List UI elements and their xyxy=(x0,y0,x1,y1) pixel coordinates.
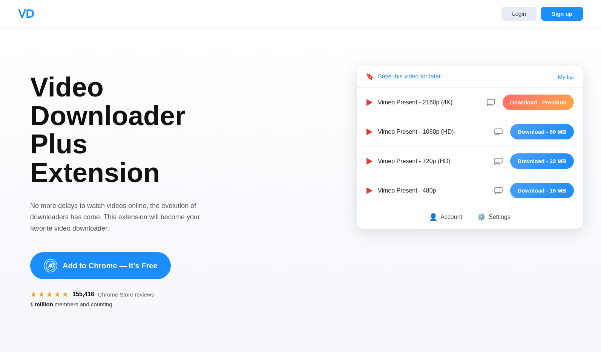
video-label: Vimeo Present - 480p xyxy=(378,187,490,194)
video-row: Vimeo Present - 1080p (HD) Download - 60… xyxy=(360,117,580,147)
cast-icon xyxy=(494,187,503,194)
account-label: Account xyxy=(440,214,462,220)
settings-action[interactable]: ⚙️ Settings xyxy=(477,213,511,221)
play-icon xyxy=(366,187,373,194)
video-row: Vimeo Present - 480p Download - 16 MB xyxy=(360,176,580,205)
save-bar: 🔖 Save this video for later My list xyxy=(357,66,583,88)
account-icon: 👤 xyxy=(429,213,437,221)
chrome-icon xyxy=(44,259,57,272)
login-button[interactable]: Login xyxy=(501,7,537,21)
extension-panel: 🔖 Save this video for later My list Vime… xyxy=(357,66,583,229)
hero-section: VideoDownloader PlusExtension No more de… xyxy=(30,58,241,307)
review-store: Chrome Store reviews xyxy=(98,291,154,298)
header: VD Login Sign up xyxy=(0,0,601,28)
download-720p-button[interactable]: Download - 32 MB xyxy=(510,153,574,169)
logo-text: VD xyxy=(18,7,34,21)
video-label: Vimeo Present - 1080p (HD) xyxy=(378,128,490,135)
download-480p-button[interactable]: Download - 16 MB xyxy=(510,183,574,198)
add-to-chrome-label: Add to Chrome — It's Free xyxy=(63,262,157,270)
review-row: ★ ★ ★ ★ ★ 155,416 Chrome Store reviews xyxy=(30,290,241,299)
svg-rect-2 xyxy=(487,99,495,104)
my-list-link[interactable]: My list xyxy=(558,73,574,80)
cast-icon xyxy=(494,158,503,165)
bookmark-icon: 🔖 xyxy=(366,72,374,81)
members-text: 1 million members and counting xyxy=(30,301,241,307)
play-icon xyxy=(366,128,373,135)
main-content: VideoDownloader PlusExtension No more de… xyxy=(0,28,601,352)
review-count: 155,416 xyxy=(72,291,94,298)
video-row: Vimeo Present - 2160p (4K) Download - Pr… xyxy=(360,88,580,117)
hero-title: VideoDownloader PlusExtension xyxy=(30,73,241,187)
svg-rect-8 xyxy=(495,187,502,192)
video-label: Vimeo Present - 2160p (4K) xyxy=(378,99,482,106)
star-rating: ★ ★ ★ ★ ★ xyxy=(30,290,69,299)
download-premium-button[interactable]: Download - Premium xyxy=(503,95,574,110)
star-3: ★ xyxy=(46,290,53,299)
video-rows: Vimeo Present - 2160p (4K) Download - Pr… xyxy=(357,88,583,205)
add-to-chrome-button[interactable]: Add to Chrome — It's Free xyxy=(30,252,171,279)
panel-footer: 👤 Account ⚙️ Settings xyxy=(357,205,583,229)
account-action[interactable]: 👤 Account xyxy=(429,213,462,221)
svg-rect-6 xyxy=(495,158,502,163)
signup-button[interactable]: Sign up xyxy=(541,7,583,21)
settings-label: Settings xyxy=(489,214,511,220)
download-1080p-button[interactable]: Download - 60 MB xyxy=(510,124,574,139)
play-icon xyxy=(366,158,373,165)
cast-icon xyxy=(494,128,503,135)
star-1: ★ xyxy=(30,290,37,299)
play-icon xyxy=(366,99,373,106)
logo[interactable]: VD xyxy=(18,7,34,21)
star-2: ★ xyxy=(38,290,45,299)
video-label: Vimeo Present - 720p (HD) xyxy=(378,158,490,165)
save-label: Save this video for later xyxy=(378,73,441,80)
save-bar-left: 🔖 Save this video for later xyxy=(366,72,441,81)
hero-description: No more delays to watch videos online, t… xyxy=(30,200,219,234)
svg-rect-4 xyxy=(495,128,502,133)
star-5: ★ xyxy=(62,290,69,299)
gear-icon: ⚙️ xyxy=(477,213,486,221)
video-row: Vimeo Present - 720p (HD) Download - 32 … xyxy=(360,147,580,176)
star-4: ★ xyxy=(54,290,61,299)
cast-icon xyxy=(487,99,495,106)
header-actions: Login Sign up xyxy=(501,7,583,21)
